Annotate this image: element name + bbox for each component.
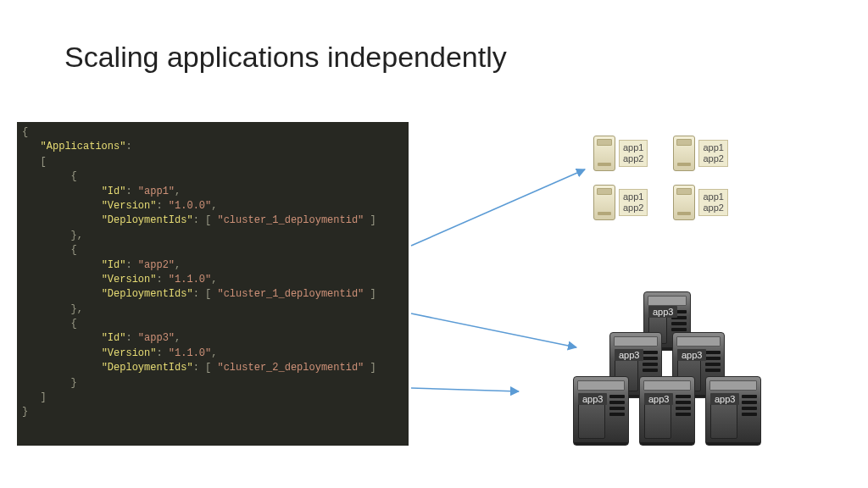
cluster1-node: app1app2 (593, 136, 648, 171)
cluster2-node: app3 (639, 376, 695, 446)
cluster1-node-label: app1app2 (698, 189, 727, 215)
cluster2-node-label: app3 (615, 349, 643, 361)
cluster2-node-label: app3 (644, 393, 673, 405)
cluster2-node-label: app3 (677, 349, 706, 361)
cluster1-node-label: app1app2 (619, 189, 648, 215)
code-block: { "Applications": [ { "Id": "app1", "Ver… (17, 122, 409, 446)
cluster1-node: app1app2 (673, 136, 727, 171)
cluster1-node-label: app1app2 (619, 140, 648, 166)
server-icon (673, 136, 695, 171)
cluster2-node: app3 (705, 376, 761, 446)
cluster2-node-label: app3 (578, 393, 607, 405)
cluster2-node: app3 (573, 376, 629, 446)
slide-title: Scaling applications independently (64, 41, 507, 74)
cluster1-node: app1app2 (593, 185, 648, 220)
cluster1-node-label: app1app2 (698, 140, 727, 166)
server-icon (673, 185, 695, 220)
cluster-2: app3 app3 app3 app3 app3 app3 (527, 291, 807, 461)
cluster1-node: app1app2 (673, 185, 727, 220)
cluster2-node-label: app3 (648, 306, 677, 318)
cluster2-node-label: app3 (710, 393, 739, 405)
arrow-to-cluster2-b (411, 388, 519, 391)
code-key-applications: "Applications" (41, 141, 126, 152)
cluster-1: app1app2 app1app2 app1app2 app1app2 (593, 136, 790, 234)
server-icon (593, 136, 615, 171)
arrow-to-cluster1 (411, 169, 585, 246)
server-icon (593, 185, 615, 220)
